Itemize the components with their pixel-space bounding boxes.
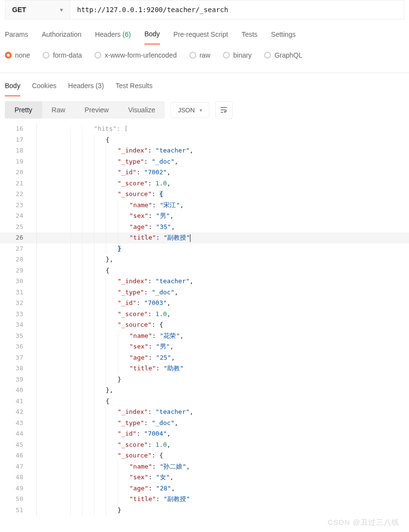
code-line[interactable]: 30 "_index": "teacher", [0, 276, 409, 287]
code-line[interactable]: 42 "_index": "teacher", [0, 407, 409, 418]
code-line[interactable]: 33 "_score": 1.0, [0, 309, 409, 320]
tab-tests[interactable]: Tests [242, 28, 258, 44]
fold-gutter [30, 363, 37, 374]
body-type-x-www-form-urlencoded[interactable]: x-www-form-urlencoded [94, 51, 177, 59]
tab-settings[interactable]: Settings [271, 28, 296, 44]
tab-body[interactable]: Body [144, 27, 160, 45]
line-number: 25 [0, 222, 30, 233]
fold-gutter [30, 265, 37, 276]
line-number: 27 [0, 243, 30, 255]
line-number: 16 [0, 123, 30, 135]
tab-headers[interactable]: Headers (6) [95, 28, 131, 44]
code-line[interactable]: 47 "name": "孙二娘", [0, 461, 409, 472]
tab-params[interactable]: Params [5, 28, 28, 44]
code-line[interactable]: 21 "_score": 1.0, [0, 178, 409, 189]
code-content: "_type": "_doc", [40, 418, 409, 429]
tab-pre-request-script[interactable]: Pre-request Script [173, 28, 228, 44]
code-line[interactable]: 34 "_source": { [0, 319, 409, 331]
body-type-row: noneform-datax-www-form-urlencodedrawbin… [0, 45, 409, 67]
code-line[interactable]: 16 "hits": [ [0, 123, 409, 135]
code-line[interactable]: 49 "age": "28", [0, 483, 409, 494]
line-number: 36 [0, 341, 30, 352]
code-line[interactable]: 18 "_index": "teacher", [0, 145, 409, 156]
code-line[interactable]: 35 "name": "花荣", [0, 331, 409, 342]
fold-gutter [30, 472, 37, 483]
line-number: 39 [0, 374, 30, 385]
response-body-editor[interactable]: 16 "hits": [17 {18 "_index": "teacher",1… [0, 123, 409, 516]
code-line[interactable]: 31 "_type": "_doc", [0, 287, 409, 298]
line-number: 33 [0, 309, 30, 320]
code-line[interactable]: 17 { [0, 135, 409, 146]
code-line[interactable]: 40 }, [0, 385, 409, 396]
body-type-raw[interactable]: raw [189, 51, 211, 59]
fold-gutter [30, 440, 37, 451]
code-line[interactable]: 27 } [0, 243, 409, 255]
view-mode-raw[interactable]: Raw [42, 101, 75, 119]
code-line[interactable]: 39 } [0, 374, 409, 385]
line-number: 22 [0, 189, 30, 200]
fold-gutter [30, 385, 37, 396]
response-tab-headers[interactable]: Headers (3) [68, 80, 104, 96]
line-number: 47 [0, 461, 30, 472]
code-line[interactable]: 46 "_source": { [0, 450, 409, 461]
code-line[interactable]: 22 "_source": { [0, 189, 409, 200]
line-number: 26 [0, 232, 30, 243]
view-mode-pretty[interactable]: Pretty [5, 101, 42, 119]
line-number: 20 [0, 167, 30, 178]
code-line[interactable]: 41 { [0, 396, 409, 407]
code-line[interactable]: 20 "_id": "7002", [0, 167, 409, 178]
code-line[interactable]: 24 "sex": "男", [0, 211, 409, 222]
code-line[interactable]: 19 "_type": "_doc", [0, 156, 409, 167]
code-line[interactable]: 23 "name": "宋江", [0, 200, 409, 211]
body-type-GraphQL[interactable]: GraphQL [264, 51, 302, 59]
fold-gutter [30, 331, 37, 342]
code-line[interactable]: 25 "age": "35", [0, 222, 409, 233]
code-line[interactable]: 44 "_id": "7004", [0, 428, 409, 440]
code-content: { [40, 135, 409, 146]
url-value: http://127.0.0.1:9200/teacher/_search [77, 6, 228, 14]
view-mode-preview[interactable]: Preview [75, 101, 119, 119]
url-input[interactable]: http://127.0.0.1:9200/teacher/_search [70, 0, 404, 19]
code-line[interactable]: 50 "title": "副教授" [0, 494, 409, 505]
line-number: 28 [0, 254, 30, 265]
line-number: 24 [0, 211, 30, 222]
code-line[interactable]: 32 "_id": "7003", [0, 298, 409, 309]
code-line[interactable]: 51 } [0, 505, 409, 516]
chevron-down-icon: ▾ [60, 7, 63, 13]
view-mode-visualize[interactable]: Visualize [118, 101, 165, 119]
fold-gutter [30, 123, 37, 135]
response-tabs: BodyCookiesHeaders (3)Test Results [0, 73, 409, 96]
line-number: 40 [0, 385, 30, 396]
code-line[interactable]: 36 "sex": "男", [0, 341, 409, 352]
code-line[interactable]: 45 "_score": 1.0, [0, 440, 409, 451]
format-select[interactable]: JSON ▾ [171, 102, 209, 118]
line-wrap-button[interactable] [215, 101, 233, 119]
code-line[interactable]: 28 }, [0, 254, 409, 265]
fold-gutter [30, 243, 37, 255]
body-type-form-data[interactable]: form-data [43, 51, 82, 59]
code-line[interactable]: 43 "_type": "_doc", [0, 418, 409, 429]
response-tab-body[interactable]: Body [5, 80, 20, 96]
view-mode-group: PrettyRawPreviewVisualize [5, 101, 165, 119]
code-content: "_source": { [40, 189, 409, 200]
body-type-binary[interactable]: binary [223, 51, 252, 59]
fold-gutter [30, 135, 37, 146]
body-type-none[interactable]: none [5, 51, 30, 59]
line-number: 29 [0, 265, 30, 276]
code-line[interactable]: 38 "title": "助教" [0, 363, 409, 374]
code-content: "_score": 1.0, [40, 178, 409, 189]
line-number: 19 [0, 156, 30, 167]
response-tab-test-results[interactable]: Test Results [115, 80, 152, 96]
code-content: "_id": "7003", [40, 298, 409, 309]
http-method-value: GET [12, 6, 26, 14]
code-line[interactable]: 37 "age": "25", [0, 352, 409, 364]
response-tab-cookies[interactable]: Cookies [32, 80, 57, 96]
tab-authorization[interactable]: Authorization [42, 28, 81, 44]
code-line[interactable]: 29 { [0, 265, 409, 276]
code-line[interactable]: 26 "title": "副教授" [0, 232, 409, 243]
line-number: 50 [0, 494, 30, 505]
code-line[interactable]: 48 "sex": "女", [0, 472, 409, 483]
http-method-select[interactable]: GET ▾ [5, 0, 70, 19]
fold-gutter [30, 505, 37, 516]
line-number: 46 [0, 450, 30, 461]
